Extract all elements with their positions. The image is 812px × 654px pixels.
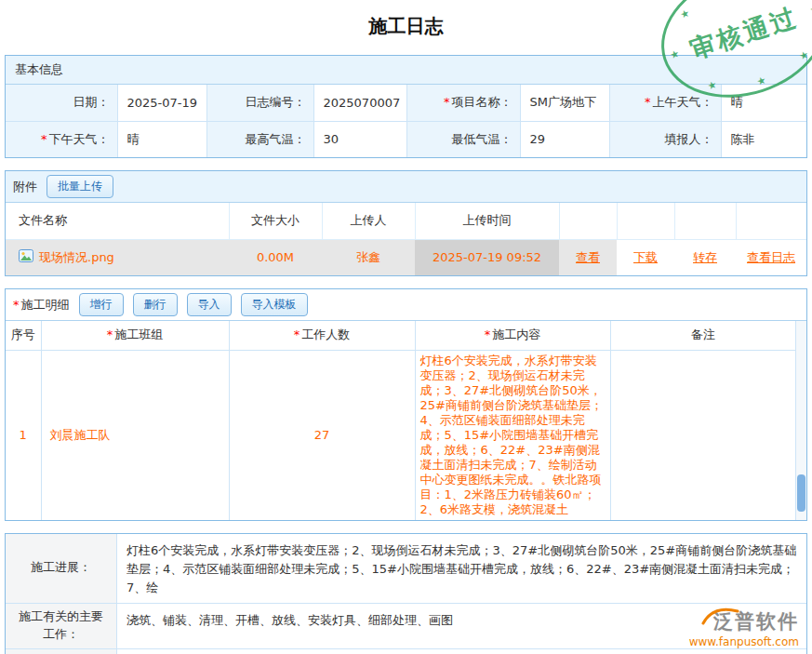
col-action	[617, 203, 674, 239]
field-value-max-temp: 30	[313, 121, 406, 157]
basic-info-section: 基本信息 日期： 2025-07-19 日志编号： 2025070007 *项目…	[5, 55, 807, 158]
view-log-link[interactable]: 查看日志	[747, 250, 795, 264]
col-action	[674, 203, 736, 239]
file-name-link[interactable]: 现场情况.png	[39, 249, 114, 266]
col-team: *施工班组	[41, 321, 229, 350]
field-value-log-number: 2025070007	[313, 85, 406, 121]
required-mark: *	[294, 327, 300, 341]
vendor-url: www.fanpusoft.com	[689, 635, 799, 648]
col-index: 序号	[6, 321, 41, 350]
import-template-button[interactable]: 导入模板	[241, 293, 308, 316]
field-label-reporter: 填报人：	[609, 121, 721, 157]
add-row-button[interactable]: 增行	[79, 293, 124, 316]
required-mark: *	[645, 95, 651, 109]
save-as-link[interactable]: 转存	[693, 250, 717, 264]
col-file-name: 文件名称	[6, 203, 229, 239]
field-value-reporter: 陈非	[721, 121, 806, 157]
team-cell[interactable]: 刘晨施工队	[41, 350, 229, 520]
field-label-log-number: 日志编号：	[206, 85, 313, 121]
logo-swoosh-icon	[700, 603, 739, 629]
field-label-morning-weather: *上午天气：	[609, 85, 721, 121]
construction-detail-section: *施工明细 增行 删行 导入 导入模板 序号 *施工班组 *工作人数 *施工内容…	[5, 288, 807, 521]
detail-scrollbar[interactable]	[795, 321, 806, 520]
remark-cell[interactable]	[610, 350, 795, 520]
download-link[interactable]: 下载	[633, 250, 658, 264]
attachments-table: 文件名称 文件大小 上传人 上传时间 现场情况.p	[6, 203, 806, 275]
col-workers: *工作人数	[229, 321, 415, 350]
file-size: 0.00M	[229, 239, 322, 275]
section-title-basic-info: 基本信息	[6, 56, 806, 85]
required-mark: *	[13, 298, 20, 312]
content-cell[interactable]: 灯柱6个安装完成，水系灯带安装变压器；2、现场倒运石材未完成；3、27#北侧砌筑…	[415, 350, 610, 520]
detail-section-title: *施工明细	[13, 297, 70, 314]
field-value-date: 2025-07-19	[117, 85, 206, 121]
batch-upload-button[interactable]: 批量上传	[47, 175, 113, 198]
summary-section: 施工进展： 灯柱6个安装完成，水系灯带安装变压器；2、现场倒运石材未完成；3、2…	[5, 533, 807, 654]
progress-value: 灯柱6个安装完成，水系灯带安装变压器；2、现场倒运石材未完成；3、27#北侧砌筑…	[117, 534, 806, 603]
page-title: 施工日志	[0, 0, 812, 55]
field-label-project-name: *项目名称：	[406, 85, 520, 121]
summary-row-other: 其他有关情况：	[6, 649, 806, 654]
view-link[interactable]: 查看	[576, 250, 600, 264]
vendor-logo: 泛普软件 www.fanpusoft.com	[689, 608, 799, 648]
field-label-max-temp: 最高气温：	[206, 121, 313, 157]
field-label-date: 日期：	[6, 85, 117, 121]
col-action	[559, 203, 617, 239]
required-mark: *	[41, 132, 47, 146]
col-remark: 备注	[610, 321, 795, 350]
attachments-section: 附件 批量上传 文件名称 文件大小 上传人 上传时间	[5, 170, 807, 276]
detail-table: 序号 *施工班组 *工作人数 *施工内容 备注 1 刘晨施工队 27 灯柱6个安…	[6, 321, 795, 520]
attachments-toolbar: 附件 批量上传	[6, 171, 806, 203]
other-info-label: 其他有关情况：	[6, 649, 117, 654]
attachments-title: 附件	[13, 179, 37, 195]
col-uploader: 上传人	[322, 203, 415, 239]
col-file-size: 文件大小	[229, 203, 322, 239]
detail-scrollbar-thumb[interactable]	[797, 474, 805, 512]
field-value-afternoon-weather: 晴	[117, 121, 206, 157]
required-mark: *	[444, 95, 450, 109]
main-work-label: 施工有关的主要工作：	[6, 604, 117, 648]
field-label-afternoon-weather: *下午天气：	[6, 121, 117, 157]
summary-row-progress: 施工进展： 灯柱6个安装完成，水系灯带安装变压器；2、现场倒运石材未完成；3、2…	[6, 534, 806, 604]
basic-info-table: 日期： 2025-07-19 日志编号： 2025070007 *项目名称： S…	[6, 85, 806, 157]
col-action	[736, 203, 806, 239]
col-upload-time: 上传时间	[415, 203, 559, 239]
detail-row: 1 刘晨施工队 27 灯柱6个安装完成，水系灯带安装变压器；2、现场倒运石材未完…	[6, 350, 795, 520]
other-info-value	[117, 649, 806, 654]
field-value-min-temp: 29	[520, 121, 609, 157]
image-file-icon	[19, 248, 33, 266]
import-button[interactable]: 导入	[187, 293, 232, 316]
required-mark: *	[107, 327, 113, 341]
file-upload-time: 2025-07-19 09:52	[415, 239, 559, 275]
detail-toolbar: *施工明细 增行 删行 导入 导入模板	[6, 289, 806, 321]
delete-row-button[interactable]: 删行	[133, 293, 178, 316]
required-mark: *	[485, 327, 491, 341]
field-label-min-temp: 最低气温：	[406, 121, 520, 157]
progress-label: 施工进展：	[6, 534, 117, 603]
field-value-morning-weather: 晴	[721, 85, 806, 121]
summary-row-main-work: 施工有关的主要工作： 浇筑、铺装、清理、开槽、放线、安装灯具、细部处理、画图	[6, 604, 806, 649]
workers-cell[interactable]: 27	[229, 350, 415, 520]
col-content: *施工内容	[415, 321, 610, 350]
file-uploader: 张鑫	[322, 239, 415, 275]
attachment-row: 现场情况.png 0.00M 张鑫 2025-07-19 09:52 查看 下载…	[6, 239, 806, 275]
field-value-project-name: SM广场地下	[520, 85, 609, 121]
row-index: 1	[6, 350, 41, 520]
